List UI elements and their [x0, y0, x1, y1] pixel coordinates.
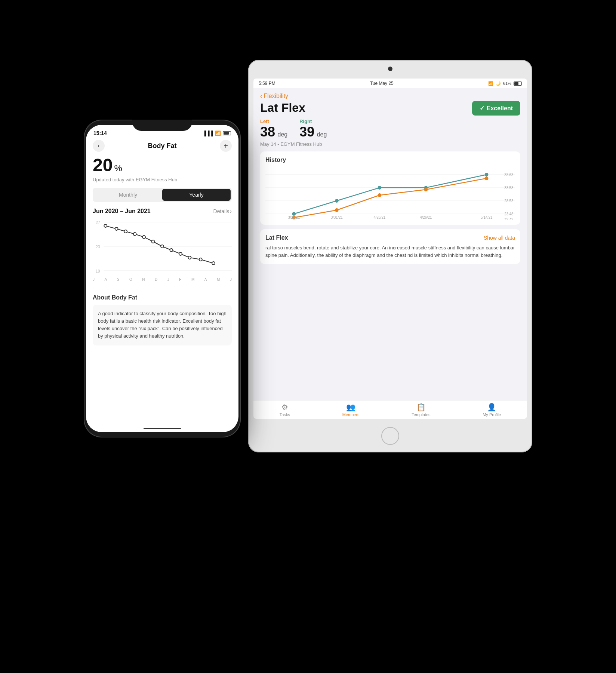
phone-body-fat-chart: 27 23 19	[93, 218, 232, 274]
body-fat-value: 20	[93, 155, 113, 175]
monthly-toggle-btn[interactable]: Monthly	[94, 189, 162, 201]
tablet-date-location: May 14 - EGYM Fitness Hub	[260, 141, 327, 147]
battery-icon	[514, 82, 522, 86]
phone-header: ‹ Body Fat +	[86, 138, 238, 155]
tablet-main-info: Lat Flex Left 38 deg Right	[260, 101, 327, 151]
phone-add-button[interactable]: +	[220, 140, 232, 152]
nav-tasks-label: Tasks	[280, 412, 290, 417]
history-title: History	[265, 157, 515, 163]
metric-left: Left 38 deg	[260, 119, 287, 140]
phone-date-range: Jun 2020 – Jun 2021 Details ›	[93, 208, 232, 215]
members-icon: 👥	[346, 403, 355, 412]
tablet-screen: 5:59 PM Tue May 25 📶 🌙 61% ‹ Flexibility	[253, 79, 527, 419]
svg-point-34	[142, 236, 145, 239]
svg-point-10	[335, 208, 339, 212]
tablet-time: 5:59 PM	[259, 81, 275, 86]
lat-flex-info-header: Lat Flex Show all data	[265, 234, 515, 241]
x-label-j2: J	[167, 277, 169, 282]
yearly-toggle-btn[interactable]: Yearly	[162, 189, 231, 201]
nav-profile-label: My Profile	[483, 412, 501, 417]
date-range-text: Jun 2020 – Jun 2021	[93, 208, 151, 215]
phone-status-right: ▐▐▐ 📶	[203, 130, 231, 136]
x-label-j1: J	[93, 277, 95, 282]
chevron-right-icon: ›	[230, 208, 232, 214]
x-label-j3: J	[230, 277, 232, 282]
phone-home-bar[interactable]	[144, 428, 181, 429]
svg-point-35	[152, 240, 155, 243]
back-chevron-icon: ‹	[98, 142, 99, 149]
svg-point-12	[424, 188, 428, 191]
svg-text:19: 19	[96, 269, 100, 273]
phone-page-title: Body Fat	[148, 142, 176, 150]
templates-icon: 📋	[416, 403, 426, 412]
metric-right-value: 39	[299, 124, 314, 139]
svg-text:27: 27	[96, 220, 100, 225]
lat-flex-info-card: Lat Flex Show all data ral torso muscles…	[260, 229, 520, 264]
svg-text:23: 23	[96, 245, 100, 249]
svg-point-37	[170, 249, 173, 252]
about-box: A good indicator to classify your body c…	[93, 305, 232, 345]
phone-device: 15:14 ▐▐▐ 📶 ‹ Body Fat +	[84, 120, 241, 437]
details-link[interactable]: Details ›	[213, 208, 232, 214]
tablet-back-link[interactable]: ‹ Flexibility	[260, 93, 520, 99]
x-label-s: S	[117, 277, 120, 282]
x-label-a2: A	[204, 277, 207, 282]
svg-point-32	[124, 230, 127, 233]
svg-point-11	[378, 193, 382, 197]
svg-point-36	[161, 245, 164, 248]
nav-my-profile[interactable]: 👤 My Profile	[483, 403, 501, 417]
checkmark-icon: ✓	[480, 105, 484, 112]
percent-sign: %	[114, 163, 122, 173]
tablet-bottom-nav: ⚙ Tasks 👥 Members 📋 Templates 👤 My Profi…	[253, 400, 527, 419]
profile-icon: 👤	[487, 403, 496, 412]
nav-tasks[interactable]: ⚙ Tasks	[280, 403, 290, 417]
phone-main-content: 20 % Updated today with EGYM Fitness Hub…	[86, 155, 238, 282]
x-label-n: N	[142, 277, 145, 282]
plus-icon: +	[224, 142, 228, 150]
nav-members[interactable]: 👥 Members	[342, 403, 360, 417]
svg-text:4/26/21: 4/26/21	[420, 215, 432, 219]
show-all-link[interactable]: Show all data	[484, 235, 515, 241]
metric-right-unit: deg	[317, 131, 327, 138]
x-label-m2: M	[217, 277, 220, 282]
tablet-status-right: 📶 🌙 61%	[488, 81, 522, 86]
svg-point-41	[212, 262, 215, 265]
x-label-m1: M	[191, 277, 194, 282]
svg-point-33	[133, 233, 136, 236]
svg-text:3/31/21: 3/31/21	[331, 215, 343, 219]
tablet-home-button[interactable]	[381, 427, 399, 445]
phone-back-button[interactable]: ‹	[93, 140, 105, 152]
svg-point-40	[199, 258, 202, 261]
chart-x-labels: J A S O N D J F M A M J	[93, 277, 232, 282]
tablet-battery: 61%	[503, 81, 511, 86]
excellent-button[interactable]: ✓ Excellent	[472, 101, 520, 116]
svg-point-8	[485, 173, 489, 176]
phone-about-section: About Body Fat A good indicator to class…	[86, 289, 238, 351]
history-card: History	[260, 151, 520, 225]
x-label-o: O	[129, 277, 132, 282]
svg-point-30	[104, 224, 107, 227]
svg-text:38.63: 38.63	[504, 173, 513, 177]
tasks-icon: ⚙	[281, 403, 288, 412]
svg-point-38	[179, 252, 182, 255]
moon-icon: 🌙	[496, 81, 501, 86]
tablet-content: ‹ Flexibility Lat Flex Left 38 deg	[253, 88, 527, 399]
tablet-device: 5:59 PM Tue May 25 📶 🌙 61% ‹ Flexibility	[248, 60, 532, 452]
svg-text:5/14/21: 5/14/21	[481, 215, 493, 219]
x-label-a: A	[105, 277, 107, 282]
phone-updated-text: Updated today with EGYM Fitness Hub	[93, 177, 232, 182]
chevron-left-icon: ‹	[260, 93, 262, 99]
metric-right-label: Right	[299, 119, 327, 124]
phone-value-display: 20 %	[93, 155, 232, 175]
phone-battery-icon	[223, 131, 231, 135]
back-label: Flexibility	[264, 93, 288, 99]
nav-templates-label: Templates	[412, 412, 430, 417]
history-chart: 38.63 33.58 28.53 23.48 18.43 3/25/21 3/…	[265, 167, 515, 219]
nav-members-label: Members	[342, 412, 360, 417]
nav-templates[interactable]: 📋 Templates	[412, 403, 430, 417]
excellent-label: Excellent	[487, 105, 513, 112]
svg-text:18.43: 18.43	[504, 218, 513, 219]
svg-point-31	[115, 227, 118, 230]
phone-wifi-icon: 📶	[215, 130, 221, 136]
phone-period-toggle: Monthly Yearly	[93, 188, 232, 202]
